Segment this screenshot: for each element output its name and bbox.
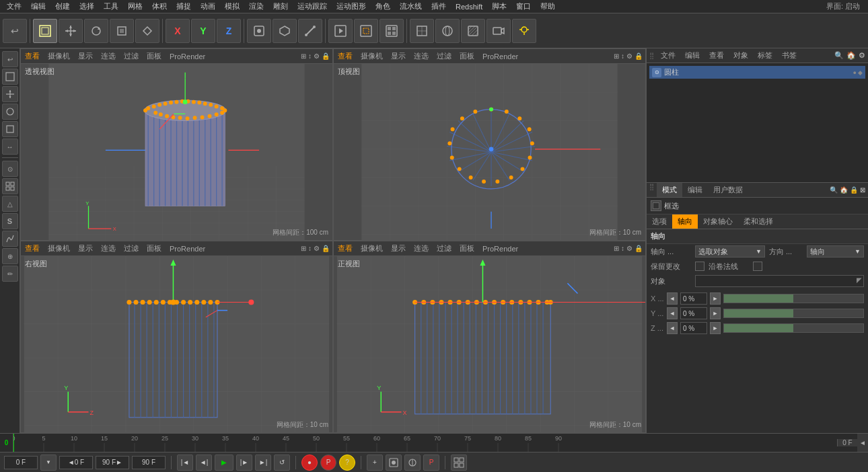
along-normal-checkbox[interactable] bbox=[753, 262, 762, 271]
prop-tab-soft[interactable]: 柔和选择 bbox=[738, 214, 779, 229]
transform-tool-btn[interactable] bbox=[135, 19, 159, 43]
x-axis-btn[interactable]: X bbox=[166, 19, 190, 43]
play-btn[interactable]: ▶ bbox=[215, 455, 233, 471]
vp-arrows-icon[interactable]: ↕ bbox=[308, 52, 312, 60]
vp-front-camera-btn[interactable]: 摄像机 bbox=[359, 243, 384, 253]
menu-sculpt[interactable]: 雕刻 bbox=[269, 1, 292, 12]
polygon-mode-btn[interactable] bbox=[273, 19, 297, 43]
sidebar-spline-btn[interactable] bbox=[2, 231, 18, 247]
menu-window[interactable]: 窗口 bbox=[512, 1, 535, 12]
menu-animate[interactable]: 动画 bbox=[196, 1, 219, 12]
vp-top-select-btn[interactable]: 连选 bbox=[412, 51, 430, 61]
sidebar-rotate-btn[interactable] bbox=[2, 104, 18, 120]
menu-motion-track[interactable]: 运动跟踪 bbox=[293, 1, 331, 12]
grid-btn[interactable] bbox=[451, 455, 467, 471]
rpanel-object-tab[interactable]: 对象 bbox=[731, 50, 751, 61]
vp-front-panel-btn[interactable]: 面板 bbox=[458, 243, 476, 253]
vp-right-filter-btn[interactable]: 过滤 bbox=[122, 243, 140, 253]
rpanel-search-icon[interactable]: 🔍 bbox=[834, 51, 844, 60]
axis-dropdown-1[interactable]: 选取对象 ▼ bbox=[695, 245, 765, 258]
mode-config-icon[interactable]: ⊠ bbox=[860, 186, 865, 194]
vp-right-settings-icon[interactable]: ⚙ bbox=[314, 245, 320, 252]
timeline-track[interactable]: 0 5 10 15 20 25 30 35 40 45 50 55 60 65 … bbox=[13, 434, 837, 453]
edge-mode-btn[interactable] bbox=[298, 19, 322, 43]
rpanel-home-icon[interactable]: 🏠 bbox=[846, 51, 856, 60]
prop-tab-pivot[interactable]: 对象轴心 bbox=[698, 214, 738, 229]
render-btn[interactable] bbox=[328, 19, 353, 43]
mode-tab-mode[interactable]: 模式 bbox=[657, 183, 682, 197]
menu-redshift[interactable]: Redshift bbox=[451, 2, 486, 11]
goto-start-btn[interactable]: |◄ bbox=[177, 455, 193, 471]
vp-persp-filter-btn[interactable]: 过滤 bbox=[122, 51, 140, 61]
vp-persp-panel-btn[interactable]: 面板 bbox=[145, 51, 163, 61]
undo-button[interactable]: ↩ bbox=[3, 19, 27, 43]
vp-expand-icon[interactable]: ⊞ bbox=[301, 52, 306, 60]
vp-persp-camera-btn[interactable]: 摄像机 bbox=[46, 51, 71, 61]
current-frame-field[interactable]: 0 F bbox=[4, 456, 38, 469]
y-axis-btn[interactable]: Y bbox=[191, 19, 215, 43]
object-field[interactable]: ◤ bbox=[695, 275, 864, 287]
vp-front-display-btn[interactable]: 显示 bbox=[390, 243, 407, 253]
z-field[interactable]: 0 % bbox=[680, 322, 707, 334]
vp-front-settings-icon[interactable]: ⚙ bbox=[626, 245, 632, 252]
select-tool-btn[interactable] bbox=[33, 19, 57, 43]
prop-tab-options[interactable]: 选项 bbox=[647, 214, 672, 229]
mode-home-icon[interactable]: 🏠 bbox=[840, 186, 848, 194]
vp-right-expand-icon[interactable]: ⊞ bbox=[301, 245, 306, 252]
sidebar-grid-btn[interactable] bbox=[2, 178, 18, 194]
sidebar-select-btn[interactable] bbox=[2, 69, 18, 85]
prop-tab-axis[interactable]: 轴向 bbox=[672, 214, 698, 229]
timeline-arrow-left[interactable]: ◄ bbox=[857, 434, 868, 453]
vp-persp-select-btn[interactable]: 连选 bbox=[100, 51, 117, 61]
add-keyframe-btn[interactable]: + bbox=[367, 455, 383, 471]
scale-tool-btn[interactable] bbox=[110, 19, 134, 43]
record-pos-btn[interactable]: P bbox=[320, 455, 336, 471]
vp-right-view-btn[interactable]: 查看 bbox=[24, 243, 41, 253]
sidebar-paint-btn[interactable]: ✏ bbox=[2, 266, 18, 282]
rpanel-edit-tab[interactable]: 编辑 bbox=[682, 50, 702, 61]
vp-front-view-btn[interactable]: 查看 bbox=[336, 243, 354, 253]
light-btn[interactable] bbox=[512, 19, 536, 43]
direction-dropdown[interactable]: 轴向 ▼ bbox=[807, 245, 864, 258]
menu-motion-graph[interactable]: 运动图形 bbox=[332, 1, 370, 12]
rpanel-file-tab[interactable]: 文件 bbox=[658, 50, 678, 61]
vp-front-expand-icon[interactable]: ⊞ bbox=[614, 245, 619, 252]
sidebar-transform-btn[interactable]: ↔ bbox=[2, 139, 18, 155]
render-region-btn[interactable] bbox=[354, 19, 378, 43]
vp-right-prorender-btn[interactable]: ProRender bbox=[168, 245, 207, 253]
goto-end-btn[interactable]: ►| bbox=[255, 455, 271, 471]
menu-render[interactable]: 渲染 bbox=[245, 1, 268, 12]
sidebar-s-btn[interactable]: S bbox=[2, 213, 18, 229]
vp-top-lock-icon[interactable]: 🔒 bbox=[635, 52, 643, 60]
menu-help[interactable]: 帮助 bbox=[536, 1, 559, 12]
z-slider[interactable] bbox=[723, 323, 864, 333]
x-decrement-btn[interactable]: ◄ bbox=[667, 292, 678, 305]
wireframe-btn[interactable] bbox=[410, 19, 434, 43]
record-rot-btn[interactable]: ? bbox=[339, 455, 355, 471]
end-frame-field[interactable]: 90 F► bbox=[96, 456, 129, 469]
menu-mesh[interactable]: 网格 bbox=[124, 1, 147, 12]
vp-top-view-btn[interactable]: 查看 bbox=[336, 51, 354, 61]
render-all-btn[interactable] bbox=[379, 19, 404, 43]
sidebar-arrow-btn[interactable]: ↩ bbox=[2, 51, 18, 67]
menu-script[interactable]: 脚本 bbox=[488, 1, 511, 12]
vp-right-lock-icon[interactable]: 🔒 bbox=[322, 245, 330, 252]
menu-file[interactable]: 文件 bbox=[3, 1, 26, 12]
vp-right-select-btn[interactable]: 连选 bbox=[100, 243, 117, 253]
vp-front-arrows-icon[interactable]: ↕ bbox=[621, 245, 624, 252]
object-item-cylinder[interactable]: ⊙ 圆柱 ● ◆ bbox=[649, 66, 865, 79]
vp-front-prorender-btn[interactable]: ProRender bbox=[481, 245, 519, 253]
vp-persp-prorender-btn[interactable]: ProRender bbox=[168, 52, 207, 61]
menu-volume[interactable]: 体积 bbox=[148, 1, 171, 12]
mode-tab-user[interactable]: 用户数据 bbox=[708, 183, 748, 197]
menu-snap[interactable]: 捕捉 bbox=[172, 1, 195, 12]
sidebar-polygon-btn[interactable]: △ bbox=[2, 196, 18, 212]
z-decrement-btn[interactable]: ◄ bbox=[667, 322, 678, 334]
viewport-front-canvas[interactable]: Y X 正视图 网格间距：10 cm bbox=[334, 256, 645, 432]
menu-select[interactable]: 选择 bbox=[75, 1, 98, 12]
vp-persp-view-btn[interactable]: 查看 bbox=[24, 51, 41, 61]
mode-lock-icon[interactable]: 🔒 bbox=[850, 186, 858, 194]
rpanel-bookmark-tab[interactable]: 书签 bbox=[779, 50, 799, 61]
menu-tools[interactable]: 工具 bbox=[100, 1, 122, 12]
del-keyframe-btn[interactable] bbox=[386, 455, 402, 471]
